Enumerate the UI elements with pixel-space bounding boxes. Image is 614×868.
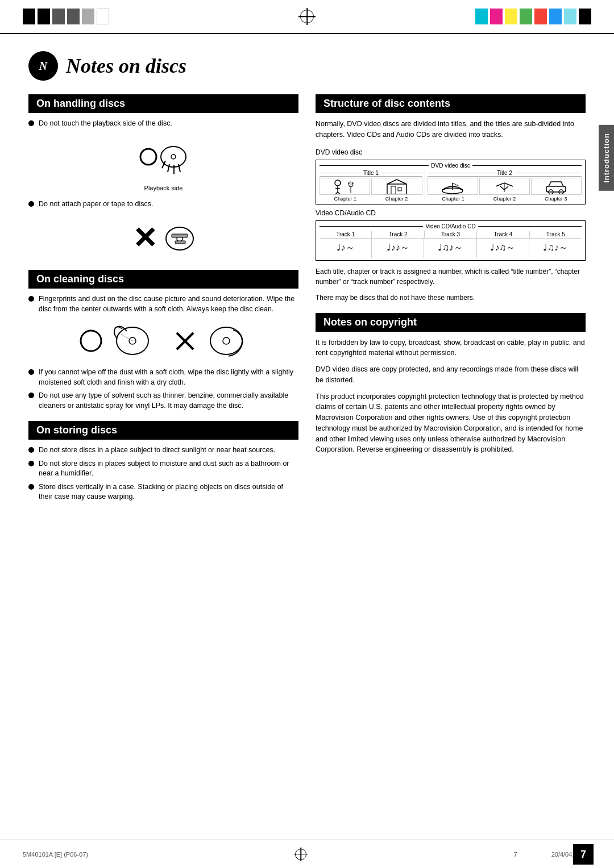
- track-music-5: ♩♫♪～: [529, 239, 582, 258]
- chapter-label-t2-1: Chapter 1: [428, 196, 479, 202]
- handling-header: On handling discs: [28, 94, 298, 113]
- svg-point-12: [81, 331, 101, 351]
- svg-rect-32: [391, 186, 396, 194]
- cleaning-ok-circle: [78, 328, 104, 354]
- reg-block-5: [82, 9, 94, 24]
- reg-block-6: [97, 9, 109, 24]
- cleaning-bullet-text-3: Do not use any type of solvent such as t…: [39, 391, 298, 411]
- bullet-dot: [28, 201, 34, 207]
- center-crosshair: [298, 8, 316, 25]
- track-head-5: Track 5: [530, 231, 582, 238]
- handling-bullet-text-2: Do not attach paper or tape to discs.: [39, 199, 154, 210]
- handling-x-svg: ✕: [130, 217, 198, 260]
- cleaning-ok-group: [78, 321, 155, 361]
- bullet-dot: [28, 120, 34, 126]
- chapter-cell-t2-3: [531, 178, 582, 195]
- dvd-header-line: DVD video disc: [320, 162, 582, 169]
- svg-point-18: [210, 327, 242, 354]
- vcd-header-label: Video CD/Audio CD: [423, 223, 478, 229]
- chapter-label-t1-1: Chapter 1: [320, 196, 371, 202]
- svg-point-19: [223, 337, 230, 344]
- storing-section: On storing discs Do not store discs in a…: [28, 421, 298, 502]
- reg-block-3: [52, 9, 65, 24]
- color-block-cyan: [475, 9, 488, 24]
- title-1-line-r: [381, 173, 422, 173]
- storing-bullet-2: Do not store discs in places subject to …: [28, 459, 298, 479]
- svg-point-1: [161, 147, 186, 167]
- svg-rect-31: [387, 184, 406, 194]
- handling-illustrations: Playback side: [28, 137, 298, 191]
- cleaning-ok-illustration: [110, 321, 155, 361]
- cleaning-bullet-text-1: Fingerprints and dust on the disc cause …: [39, 294, 298, 314]
- page-title-icon: N: [28, 51, 58, 81]
- reg-block-right-1: [579, 9, 591, 24]
- bullet-dot: [28, 296, 34, 302]
- title-1-label: Title 1: [363, 170, 379, 176]
- bullet-dot: [28, 393, 34, 398]
- chapter-img-t1-2: [383, 178, 411, 194]
- track-music-3: ♩♫♪～: [424, 239, 476, 258]
- chapter-labels-t1: Chapter 1 Chapter 2: [320, 196, 422, 202]
- color-block-yellow: [505, 9, 517, 24]
- vcd-diagram-label: Video CD/Audio CD: [316, 209, 586, 217]
- footer-crosshair: [294, 848, 308, 861]
- cleaning-bullet-2: If you cannot wipe off the dust with a s…: [28, 368, 298, 387]
- storing-bullet-text-3: Store discs vertically in a case. Stacki…: [39, 482, 298, 502]
- registration-marks-right: [475, 9, 591, 24]
- storing-bullet-text-2: Do not store discs in places subject to …: [39, 459, 298, 479]
- two-column-layout: On handling discs Do not touch the playb…: [28, 94, 586, 512]
- svg-rect-10: [172, 234, 188, 237]
- bottom-bar: 5M40101A [E] (P06-07) 7 20/4/04, 16:38: [0, 840, 614, 868]
- cleaning-section: On cleaning discs Fingerprints and dust …: [28, 270, 298, 411]
- handling-x-illustration: ✕: [28, 217, 298, 260]
- vcd-diagram: Video CD/Audio CD Track 1 Track 2 Track …: [316, 220, 586, 261]
- right-column: Structure of disc contents Normally, DVD…: [316, 94, 586, 512]
- track-head-3: Track 3: [425, 231, 477, 238]
- bullet-dot: [28, 484, 34, 490]
- page-title-container: N Notes on discs: [28, 51, 586, 81]
- color-block-red: [534, 9, 547, 24]
- chapter-labels-t2: Chapter 1 Chapter 2 Chapter 3: [428, 196, 582, 202]
- page-title: Notes on discs: [66, 54, 186, 78]
- storing-bullet-1: Do not store discs in a place subject to…: [28, 445, 298, 456]
- cleaning-x-illustration: [204, 321, 249, 361]
- footer-left: 5M40101A [E] (P06-07): [23, 851, 88, 858]
- dvd-diagram-label: DVD video disc: [316, 148, 586, 156]
- track-music-1: ♩♪～: [320, 239, 372, 258]
- page-number-box: 7: [573, 844, 594, 865]
- copyright-para-3: This product incorporates copyright prot…: [316, 391, 586, 456]
- registration-marks-left: [23, 9, 109, 24]
- color-block-green: [520, 9, 532, 24]
- structure-header: Structure of disc contents: [316, 94, 586, 113]
- svg-line-34: [387, 180, 397, 184]
- copyright-para-1: It is forbidden by law to copy, broadcas…: [316, 337, 586, 359]
- svg-line-35: [397, 180, 406, 184]
- chapter-cell-t2-1: [428, 178, 478, 195]
- color-block-light-cyan: [564, 9, 576, 24]
- color-block-magenta: [490, 9, 503, 24]
- cleaning-header: On cleaning discs: [28, 270, 298, 289]
- handling-bullet-1: Do not touch the playback side of the di…: [28, 119, 298, 129]
- dvd-titles-row: Title 1: [320, 170, 582, 202]
- storing-bullet-3: Store discs vertically in a case. Stacki…: [28, 482, 298, 502]
- vcd-line-left: [320, 226, 423, 227]
- chapter-cell-t1-2: [371, 178, 422, 195]
- main-content: N Notes on discs On handling discs Do no…: [0, 34, 614, 529]
- structure-section: Structure of disc contents Normally, DVD…: [316, 94, 586, 303]
- chapter-img-t2-3: [543, 178, 569, 194]
- title-2-header: Title 2: [428, 170, 582, 177]
- chapter-cell-t1-1: [320, 178, 370, 195]
- handling-section: On handling discs Do not touch the playb…: [28, 94, 298, 260]
- handling-bullet-2: Do not attach paper or tape to discs.: [28, 199, 298, 210]
- handling-ok-group: Playback side: [138, 137, 189, 191]
- title-1-line: [320, 173, 361, 173]
- track-music-2: ♩♪♪～: [372, 239, 424, 258]
- chapter-label-t2-3: Chapter 3: [530, 196, 582, 202]
- svg-point-0: [140, 149, 156, 165]
- structure-note-2: There may be discs that do not have thes…: [316, 293, 586, 303]
- vcd-line-right: [478, 226, 582, 227]
- svg-line-15: [118, 332, 132, 341]
- svg-rect-33: [398, 187, 401, 191]
- reg-block-1: [23, 9, 35, 24]
- svg-point-8: [166, 227, 193, 250]
